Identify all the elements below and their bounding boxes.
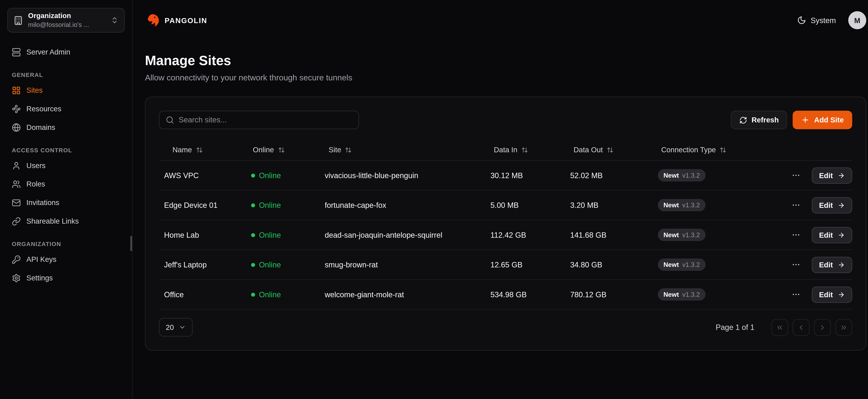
- section-label-organization: ORGANIZATION: [12, 241, 120, 247]
- add-site-button[interactable]: Add Site: [793, 111, 852, 129]
- edit-button[interactable]: Edit: [812, 197, 852, 213]
- org-selector[interactable]: Organization milo@fossorial.io's ...: [7, 8, 125, 32]
- sites-card: Refresh Add Site Name Online: [145, 97, 866, 351]
- column-header-site[interactable]: Site: [319, 146, 485, 154]
- column-header-data-out[interactable]: Data Out: [565, 146, 653, 154]
- sidebar-item-label: Shareable Links: [26, 217, 79, 225]
- sidebar-item-label: Invitations: [26, 198, 59, 207]
- sidebar-scrollbar[interactable]: [130, 236, 132, 251]
- column-header-data-in[interactable]: Data In: [485, 146, 565, 154]
- sidebar-item-server-admin[interactable]: Server Admin: [7, 43, 125, 61]
- section-label-access-control: ACCESS CONTROL: [12, 147, 120, 153]
- prev-page-button[interactable]: [793, 319, 809, 336]
- sidebar-item-domains[interactable]: Domains: [7, 118, 125, 136]
- edit-button[interactable]: Edit: [812, 227, 852, 243]
- client-version: v1.3.2: [682, 261, 700, 268]
- sort-icon: [196, 146, 203, 153]
- sidebar-item-sites[interactable]: Sites: [7, 81, 125, 99]
- column-header-connection-type[interactable]: Connection Type: [653, 146, 784, 154]
- column-label: Data In: [494, 146, 517, 154]
- data-in-value: 112.42 GB: [485, 231, 565, 239]
- sidebar-item-invitations[interactable]: Invitations: [7, 193, 125, 212]
- client-version: v1.3.2: [682, 291, 700, 298]
- avatar[interactable]: M: [848, 11, 866, 29]
- ellipsis-icon: [792, 231, 801, 240]
- avatar-initial: M: [854, 16, 860, 25]
- sites-toolbar: Refresh Add Site: [159, 111, 852, 129]
- status-label: Online: [259, 201, 281, 209]
- edit-label: Edit: [819, 171, 833, 180]
- next-page-button[interactable]: [814, 319, 831, 336]
- column-label: Data Out: [574, 146, 603, 154]
- last-page-button[interactable]: [835, 319, 852, 336]
- sidebar-item-label: API Keys: [26, 255, 56, 264]
- ellipsis-icon: [792, 171, 801, 180]
- server-icon: [12, 48, 21, 56]
- edit-label: Edit: [819, 231, 833, 239]
- site-slug: vivacious-little-blue-penguin: [319, 171, 485, 180]
- client-version: v1.3.2: [682, 232, 700, 238]
- status-label: Online: [259, 260, 281, 269]
- client-version: v1.3.2: [682, 172, 700, 179]
- site-slug: smug-brown-rat: [319, 260, 485, 269]
- row-actions-menu-button[interactable]: [789, 288, 803, 301]
- edit-button[interactable]: Edit: [812, 167, 852, 184]
- sidebar-item-resources[interactable]: Resources: [7, 99, 125, 118]
- table-header-row: Name Online Site Data In: [159, 140, 852, 161]
- chevrons-up-down-icon: [111, 16, 118, 24]
- mail-icon: [12, 198, 21, 207]
- sort-icon: [278, 146, 284, 153]
- sidebar-item-api-keys[interactable]: API Keys: [7, 250, 125, 269]
- first-page-button[interactable]: [771, 319, 788, 336]
- theme-label: System: [810, 16, 836, 25]
- page-subtitle: Allow connectivity to your network throu…: [145, 73, 866, 82]
- data-in-value: 30.12 MB: [485, 171, 565, 180]
- pangolin-logo-icon: [145, 13, 160, 28]
- data-out-value: 52.02 MB: [565, 171, 653, 180]
- row-actions-menu-button[interactable]: [789, 258, 803, 271]
- client-name: Newt: [663, 202, 679, 209]
- sort-icon: [345, 146, 352, 153]
- arrow-right-icon: [837, 291, 844, 298]
- globe-icon: [12, 123, 21, 132]
- connection-type-badge: Newtv1.3.2: [658, 288, 705, 301]
- user-icon: [12, 161, 21, 170]
- search-box: [159, 111, 359, 129]
- chevron-down-icon: [179, 324, 186, 331]
- brand: PANGOLIN: [145, 13, 207, 28]
- status-label: Online: [259, 231, 281, 239]
- data-out-value: 141.68 GB: [565, 231, 653, 239]
- refresh-label: Refresh: [751, 116, 779, 124]
- sidebar-item-shareable-links[interactable]: Shareable Links: [7, 212, 125, 231]
- online-dot-icon: [251, 233, 255, 237]
- client-name: Newt: [663, 232, 679, 238]
- sort-icon: [720, 146, 726, 153]
- sidebar-item-users[interactable]: Users: [7, 156, 125, 175]
- site-name: AWS VPC: [159, 171, 246, 180]
- client-name: Newt: [663, 261, 679, 268]
- refresh-icon: [739, 116, 747, 124]
- column-header-name[interactable]: Name: [159, 146, 246, 154]
- refresh-button[interactable]: Refresh: [731, 111, 787, 129]
- sidebar-item-settings[interactable]: Settings: [7, 269, 125, 287]
- main-area: PANGOLIN System M Manage Sites Allow con…: [133, 0, 868, 399]
- column-header-online[interactable]: Online: [246, 146, 319, 154]
- edit-button[interactable]: Edit: [812, 286, 852, 303]
- sidebar-item-label: Sites: [26, 86, 43, 94]
- table-row: Home Lab Online dead-san-joaquin-antelop…: [159, 220, 852, 250]
- search-input[interactable]: [179, 116, 352, 124]
- client-version: v1.3.2: [682, 202, 700, 209]
- sidebar-item-roles[interactable]: Roles: [7, 175, 125, 193]
- theme-toggle[interactable]: System: [797, 16, 836, 25]
- column-label: Name: [173, 146, 192, 154]
- arrow-right-icon: [837, 172, 844, 179]
- edit-button[interactable]: Edit: [812, 256, 852, 273]
- page-size-select[interactable]: 20: [159, 318, 193, 337]
- section-label-general: GENERAL: [12, 71, 120, 78]
- connection-type-badge: Newtv1.3.2: [658, 199, 705, 211]
- row-actions-menu-button[interactable]: [789, 198, 803, 212]
- table-row: AWS VPC Online vivacious-little-blue-pen…: [159, 161, 852, 190]
- row-actions-menu-button[interactable]: [789, 168, 803, 182]
- row-actions-menu-button[interactable]: [789, 228, 803, 242]
- edit-label: Edit: [819, 290, 833, 299]
